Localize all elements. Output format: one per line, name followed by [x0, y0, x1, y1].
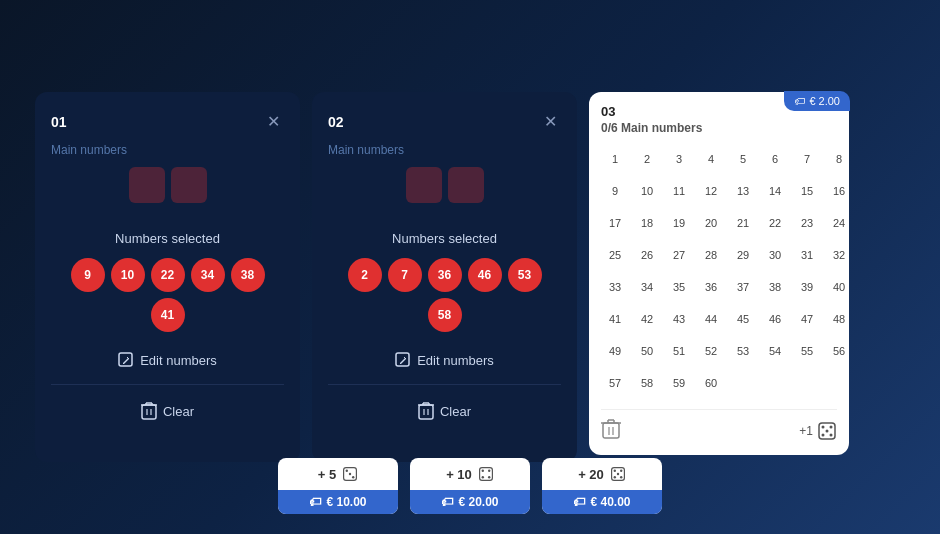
svg-point-37: [488, 476, 490, 478]
panel-clear-button[interactable]: [601, 418, 621, 443]
grid-num-52[interactable]: 52: [697, 337, 725, 365]
grid-num-13[interactable]: 13: [729, 177, 757, 205]
grid-num-43[interactable]: 43: [665, 305, 693, 333]
price-badge: 🏷 € 2.00: [784, 91, 850, 111]
grid-num-51[interactable]: 51: [665, 337, 693, 365]
grid-num-45[interactable]: 45: [729, 305, 757, 333]
grid-num-54[interactable]: 54: [761, 337, 789, 365]
panel-progress: 0/6 Main numbers: [601, 121, 837, 135]
svg-point-35: [488, 470, 490, 472]
grid-num-22[interactable]: 22: [761, 209, 789, 237]
bottom-quick-picks: + 5 🏷 € 10.00 + 10 🏷 €: [278, 458, 662, 514]
number-ball: 38: [231, 258, 265, 292]
grid-num-7[interactable]: 7: [793, 145, 821, 173]
grid-num-53[interactable]: 53: [729, 337, 757, 365]
grid-num-15[interactable]: 15: [793, 177, 821, 205]
grid-num-48[interactable]: 48: [825, 305, 853, 333]
divider-01: [51, 384, 284, 385]
edit-icon-01: [118, 352, 134, 368]
clear-button-02[interactable]: Clear: [418, 401, 471, 421]
grid-num-41[interactable]: 41: [601, 305, 629, 333]
grid-num-12[interactable]: 12: [697, 177, 725, 205]
grid-num-9[interactable]: 9: [601, 177, 629, 205]
grid-num-1[interactable]: 1: [601, 145, 629, 173]
svg-rect-16: [603, 423, 619, 438]
grid-num-4[interactable]: 4: [697, 145, 725, 173]
grid-num-55[interactable]: 55: [793, 337, 821, 365]
grid-num-50[interactable]: 50: [633, 337, 661, 365]
grid-num-39[interactable]: 39: [793, 273, 821, 301]
clear-button-01[interactable]: Clear: [141, 401, 194, 421]
svg-point-24: [822, 425, 825, 428]
panel-random-button[interactable]: +1: [799, 421, 837, 441]
price-5: € 10.00: [326, 495, 366, 509]
grid-num-46[interactable]: 46: [761, 305, 789, 333]
svg-point-30: [346, 470, 348, 472]
grid-num-23[interactable]: 23: [793, 209, 821, 237]
numbers-selected-label-02: Numbers selected: [392, 231, 497, 246]
grid-num-19[interactable]: 19: [665, 209, 693, 237]
edit-numbers-label-01: Edit numbers: [140, 353, 217, 368]
grid-num-18[interactable]: 18: [633, 209, 661, 237]
grid-num-30[interactable]: 30: [761, 241, 789, 269]
grid-num-35[interactable]: 35: [665, 273, 693, 301]
edit-icon-02: [395, 352, 411, 368]
number-ball: 34: [191, 258, 225, 292]
grid-num-29[interactable]: 29: [729, 241, 757, 269]
svg-rect-9: [419, 405, 433, 419]
grid-num-16[interactable]: 16: [825, 177, 853, 205]
selected-numbers-02: 2 7 36 46 53 58: [328, 258, 561, 332]
grid-num-27[interactable]: 27: [665, 241, 693, 269]
grid-num-2[interactable]: 2: [633, 145, 661, 173]
grid-num-56[interactable]: 56: [825, 337, 853, 365]
grid-num-59[interactable]: 59: [665, 369, 693, 397]
grid-num-28[interactable]: 28: [697, 241, 725, 269]
edit-numbers-button-01[interactable]: Edit numbers: [118, 352, 217, 368]
placeholder-row-02: [406, 167, 484, 203]
grid-num-5[interactable]: 5: [729, 145, 757, 173]
grid-num-34[interactable]: 34: [633, 273, 661, 301]
grid-num-21[interactable]: 21: [729, 209, 757, 237]
grid-num-26[interactable]: 26: [633, 241, 661, 269]
edit-numbers-button-02[interactable]: Edit numbers: [395, 352, 494, 368]
grid-num-31[interactable]: 31: [793, 241, 821, 269]
card-header-01: 01 ✕: [51, 108, 284, 135]
grid-num-33[interactable]: 33: [601, 273, 629, 301]
grid-num-10[interactable]: 10: [633, 177, 661, 205]
panel-trash-icon: [601, 418, 621, 440]
grid-num-38[interactable]: 38: [761, 273, 789, 301]
quick-pick-20-price[interactable]: 🏷 € 40.00: [542, 490, 662, 514]
grid-num-3[interactable]: 3: [665, 145, 693, 173]
grid-num-47[interactable]: 47: [793, 305, 821, 333]
placeholder-box: [171, 167, 207, 203]
grid-num-40[interactable]: 40: [825, 273, 853, 301]
grid-num-20[interactable]: 20: [697, 209, 725, 237]
grid-num-6[interactable]: 6: [761, 145, 789, 173]
grid-num-58[interactable]: 58: [633, 369, 661, 397]
dice-icon-20: [610, 466, 626, 482]
svg-point-34: [481, 470, 483, 472]
grid-num-42[interactable]: 42: [633, 305, 661, 333]
number-ball: 46: [468, 258, 502, 292]
grid-num-57[interactable]: 57: [601, 369, 629, 397]
grid-num-37[interactable]: 37: [729, 273, 757, 301]
progress-label: Main numbers: [621, 121, 702, 135]
quick-pick-5-label: + 5: [318, 467, 336, 482]
grid-num-17[interactable]: 17: [601, 209, 629, 237]
grid-num-36[interactable]: 36: [697, 273, 725, 301]
grid-num-60[interactable]: 60: [697, 369, 725, 397]
grid-num-24[interactable]: 24: [825, 209, 853, 237]
tag-icon-5: 🏷: [309, 495, 321, 509]
close-button-02[interactable]: ✕: [540, 108, 561, 135]
number-ball: 9: [71, 258, 105, 292]
grid-num-32[interactable]: 32: [825, 241, 853, 269]
grid-num-49[interactable]: 49: [601, 337, 629, 365]
close-button-01[interactable]: ✕: [263, 108, 284, 135]
quick-pick-10-price[interactable]: 🏷 € 20.00: [410, 490, 530, 514]
grid-num-14[interactable]: 14: [761, 177, 789, 205]
grid-num-11[interactable]: 11: [665, 177, 693, 205]
grid-num-44[interactable]: 44: [697, 305, 725, 333]
quick-pick-5-price[interactable]: 🏷 € 10.00: [278, 490, 398, 514]
grid-num-8[interactable]: 8: [825, 145, 853, 173]
grid-num-25[interactable]: 25: [601, 241, 629, 269]
